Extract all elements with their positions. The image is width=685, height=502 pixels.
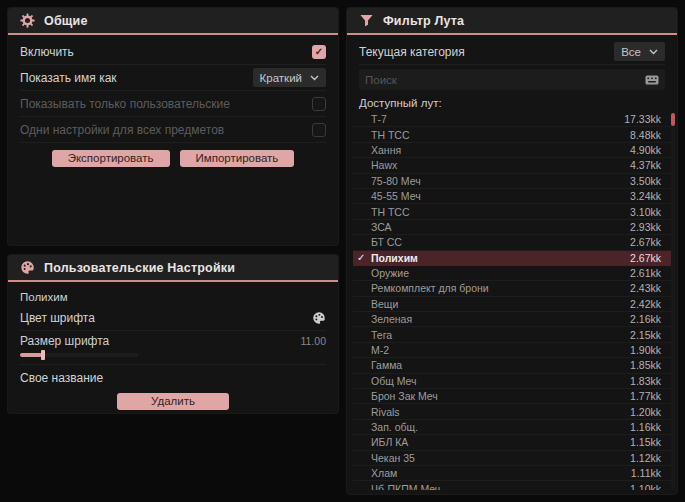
row-only-custom: Показывать только пользовательские (20, 91, 326, 117)
loot-item-name: М-2 (371, 344, 630, 356)
loot-item-name: ТН ТСС (371, 129, 630, 141)
only-custom-label: Показывать только пользовательские (20, 97, 230, 111)
loot-row[interactable]: ЗСА 2.93kk (353, 220, 675, 235)
loot-row[interactable]: Общ Меч 1.83kk (353, 374, 675, 389)
same-for-all-label: Одни настройки для всех предметов (20, 123, 224, 137)
check-icon: ✓ (357, 252, 371, 263)
enable-checkbox[interactable] (312, 45, 326, 59)
import-button[interactable]: Импортировать (180, 150, 295, 167)
loot-item-value: 3.24kk (630, 190, 661, 202)
only-custom-checkbox (312, 97, 326, 111)
search-input[interactable] (365, 74, 645, 86)
chevron-down-icon (310, 75, 319, 81)
category-label: Текущая категория (359, 45, 465, 59)
scrollbar-track[interactable] (671, 112, 675, 490)
category-dropdown[interactable]: Все (614, 42, 665, 61)
custom-name-label: Свое название (20, 371, 103, 385)
export-import-buttons: Экспортировать Импортировать (8, 150, 338, 167)
loot-row[interactable]: Хлам 1.11kk (353, 466, 675, 481)
loot-item-name: Брон Зак Меч (371, 390, 630, 402)
loot-row[interactable]: М-2 1.90kk (353, 343, 675, 358)
loot-row[interactable]: Оружие 2.61kk (353, 266, 675, 281)
panel-loot-filter-title: Фильтр Лута (383, 14, 464, 28)
loot-item-name: Hawx (371, 159, 630, 171)
row-custom-name: Свое название (20, 365, 326, 391)
name-display-label: Показать имя как (20, 71, 117, 85)
loot-item-value: 2.67kk (630, 236, 661, 248)
palette-icon[interactable] (312, 311, 326, 325)
loot-row[interactable]: ИБЛ КА 1.15kk (353, 435, 675, 450)
loot-list: Т-7 17.33kk ТН ТСС 8.48kk Хання 4.90kk H… (353, 112, 675, 490)
loot-item-value: 1.11kk (631, 467, 661, 479)
panel-user-settings-title: Пользовательские Настройки (44, 261, 235, 275)
panel-general: Общие Включить Показать имя как Краткий … (8, 8, 338, 245)
panel-user-settings: Пользовательские Настройки Полихим Цвет … (8, 255, 338, 413)
loot-row[interactable]: ✓ Полихим 2.67kk (353, 251, 675, 266)
loot-row[interactable]: Хання 4.90kk (353, 143, 675, 158)
loot-item-name: Зап. общ. (371, 421, 630, 433)
loot-item-name: 75-80 Меч (371, 175, 630, 187)
gear-icon (20, 13, 35, 28)
loot-item-value: 3.50kk (630, 175, 661, 187)
custom-name-input[interactable] (113, 368, 326, 388)
panel-general-header: Общие (8, 8, 338, 35)
panel-general-title: Общие (44, 14, 88, 28)
scrollbar-thumb[interactable] (671, 113, 675, 126)
loot-item-name: Оружие (371, 267, 630, 279)
loot-row[interactable]: Зеленая 2.16kk (353, 312, 675, 327)
loot-item-name: Хлам (371, 467, 631, 479)
loot-row[interactable]: Т-7 17.33kk (353, 112, 675, 127)
loot-row[interactable]: Вещи 2.42kk (353, 297, 675, 312)
loot-row[interactable]: Чб-ПКПМ Меч 1.10kk (353, 481, 675, 490)
keyboard-icon[interactable] (645, 75, 659, 85)
loot-item-name: Ремкомплект для брони (371, 282, 630, 294)
loot-row[interactable]: Rivals 1.20kk (353, 404, 675, 419)
loot-row[interactable]: Чекан 35 1.12kk (353, 451, 675, 466)
panel-user-settings-header: Пользовательские Настройки (8, 255, 338, 282)
loot-item-value: 2.15kk (630, 329, 661, 341)
font-size-block: Размер шрифта 11.00 (20, 331, 326, 365)
loot-item-value: 17.33kk (624, 113, 661, 125)
slider-handle[interactable] (41, 350, 45, 360)
loot-item-value: 2.61kk (630, 267, 661, 279)
right-column: Фильтр Лута Текущая категория Все (347, 8, 677, 494)
loot-item-value: 1.85kk (630, 359, 661, 371)
loot-row[interactable]: 75-80 Меч 3.50kk (353, 174, 675, 189)
loot-item-name: ЗСА (371, 221, 630, 233)
enable-label: Включить (20, 45, 74, 59)
loot-item-value: 1.20kk (630, 406, 661, 418)
loot-item-value: 4.37kk (630, 159, 661, 171)
loot-item-name: Чекан 35 (371, 452, 630, 464)
delete-button-row: Удалить (8, 393, 338, 410)
font-size-slider[interactable] (20, 353, 138, 357)
loot-item-name: Чб-ПКПМ Меч (371, 483, 630, 490)
loot-item-value: 1.77kk (630, 390, 661, 402)
loot-row[interactable]: Ремкомплект для брони 2.43kk (353, 281, 675, 296)
name-display-dropdown[interactable]: Краткий (253, 68, 326, 87)
loot-item-value: 2.67kk (630, 252, 661, 264)
loot-item-name: Тега (371, 329, 630, 341)
loot-row[interactable]: Тега 2.15kk (353, 327, 675, 342)
loot-row[interactable]: БТ СС 2.67kk (353, 235, 675, 250)
row-font-color: Цвет шрифта (20, 305, 326, 331)
loot-item-value: 8.48kk (630, 129, 661, 141)
loot-item-value: 1.90kk (630, 344, 661, 356)
loot-row[interactable]: Зап. общ. 1.16kk (353, 420, 675, 435)
loot-row[interactable]: ТН ТСС 3.10kk (353, 204, 675, 219)
loot-item-value: 1.16kk (630, 421, 661, 433)
funnel-icon (359, 13, 374, 28)
loot-row[interactable]: Hawx 4.37kk (353, 158, 675, 173)
loot-row[interactable]: 45-55 Меч 3.24kk (353, 189, 675, 204)
loot-item-value: 1.10kk (630, 483, 661, 490)
available-loot-label: Доступный лут: (359, 97, 665, 109)
row-category: Текущая категория Все (359, 39, 665, 65)
loot-row[interactable]: ТН ТСС 8.48kk (353, 127, 675, 142)
row-enable: Включить (20, 39, 326, 65)
loot-row[interactable]: Гамма 1.85kk (353, 358, 675, 373)
export-button[interactable]: Экспортировать (52, 150, 170, 167)
chevron-down-icon (649, 49, 658, 55)
delete-button[interactable]: Удалить (117, 393, 229, 410)
loot-row[interactable]: Брон Зак Меч 1.77kk (353, 389, 675, 404)
category-value: Все (621, 46, 641, 58)
loot-item-value: 4.90kk (630, 144, 661, 156)
